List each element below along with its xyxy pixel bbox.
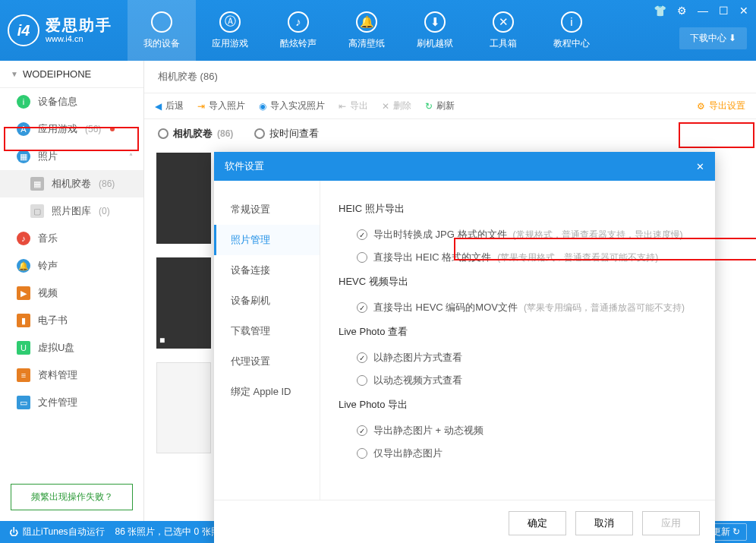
radio-icon <box>158 128 169 139</box>
device-header[interactable]: ▼WODEIPHONE <box>0 61 143 88</box>
note-icon: ♪ <box>288 11 309 33</box>
photo-thumb[interactable] <box>156 362 211 453</box>
apps-icon: Ⓐ <box>219 11 241 33</box>
sidebar-item-files[interactable]: ▭文件管理 <box>0 389 143 416</box>
back-button[interactable]: ◀后退 <box>155 99 184 112</box>
ok-button[interactable]: 确定 <box>509 511 566 535</box>
nav-proxy[interactable]: 代理设置 <box>214 346 320 377</box>
folder-icon: ▢ <box>30 204 44 218</box>
sidebar-item-udisk[interactable]: U虚拟U盘 <box>0 334 143 361</box>
sidebar-item-photolib[interactable]: ▢照片图库(0) <box>0 197 143 225</box>
sidebar-item-cameraroll[interactable]: ▦相机胶卷(86) <box>0 170 143 197</box>
refresh-icon: ↻ <box>732 526 740 537</box>
opt-heic-raw[interactable]: 直接导出 HEIC 格式的文件(苹果专用格式，普通查看器可能不支持) <box>339 246 697 269</box>
download-center-button[interactable]: 下载中心 ⬇ <box>679 27 747 49</box>
main-panel: 相机胶卷 (86) ◀后退 ⇥导入照片 ◉导入实况照片 ⇤导出 ✕删除 ↻刷新 … <box>144 61 756 521</box>
chevron-down-icon: ▼ <box>11 70 18 78</box>
trash-icon: ✕ <box>382 101 389 112</box>
info-icon: i <box>17 95 30 109</box>
toolbar: ◀后退 ⇥导入照片 ◉导入实况照片 ⇤导出 ✕删除 ↻刷新 ⚙导出设置 <box>144 93 756 119</box>
import-photo-button[interactable]: ⇥导入照片 <box>197 99 245 112</box>
help-link[interactable]: 频繁出现操作失败？ <box>11 484 133 510</box>
sidebar: ▼WODEIPHONE i设备信息 A应用游戏(56) ▦照片˄ ▦相机胶卷(8… <box>0 61 144 521</box>
radio-icon <box>357 375 367 386</box>
nav-flash[interactable]: 设备刷机 <box>214 286 320 316</box>
opt-heic-jpg[interactable]: 导出时转换成 JPG 格式的文件(常规格式，普通查看器支持，导出速度慢) <box>339 223 697 246</box>
tab-cameraroll[interactable]: 相机胶卷(86) <box>158 127 233 140</box>
apple-icon <box>151 11 172 33</box>
export-button[interactable]: ⇤导出 <box>339 99 368 112</box>
modal-footer: 确定 取消 应用 <box>214 500 715 543</box>
minimize-icon[interactable]: — <box>698 5 708 17</box>
import-icon: ⇥ <box>197 101 205 112</box>
refresh-icon: ↻ <box>425 101 433 112</box>
modal-title: 软件设置 <box>225 159 264 173</box>
video-icon: ▶ <box>17 286 30 300</box>
nav-appleid[interactable]: 绑定 Apple ID <box>214 377 320 407</box>
tab-bytime[interactable]: 按时间查看 <box>254 127 319 140</box>
opt-export-both[interactable]: 导出静态图片 + 动态视频 <box>339 419 697 442</box>
app-logo: i4 爱思助手 www.i4.cn <box>8 14 112 46</box>
close-icon[interactable]: ✕ <box>696 161 704 172</box>
file-icon: ▭ <box>17 396 30 409</box>
section-hevc: HEVC 视频导出 <box>339 275 697 289</box>
gear-icon: ⚙ <box>697 101 705 112</box>
maximize-icon[interactable]: ☐ <box>719 5 729 17</box>
tab-my-device[interactable]: 我的设备 <box>128 0 196 61</box>
tab-jailbreak[interactable]: ⬇刷机越狱 <box>401 0 469 61</box>
photo-thumb[interactable] <box>156 153 211 244</box>
sidebar-item-data[interactable]: ≡资料管理 <box>0 361 143 389</box>
live-icon: ◉ <box>259 101 266 112</box>
nav-connect[interactable]: 设备连接 <box>214 255 320 286</box>
cancel-button[interactable]: 取消 <box>575 511 633 535</box>
list-icon: ≡ <box>17 368 30 382</box>
tab-toolbox[interactable]: ✕工具箱 <box>469 0 537 61</box>
close-icon[interactable]: ✕ <box>739 5 748 17</box>
bell-icon: 🔔 <box>17 259 30 273</box>
chevron-up-icon: ˄ <box>129 153 133 161</box>
music-icon: ♪ <box>17 232 30 245</box>
download-icon: ⬇ <box>424 11 446 33</box>
tab-apps[interactable]: Ⓐ应用游戏 <box>196 0 264 61</box>
delete-button[interactable]: ✕删除 <box>382 99 411 112</box>
tab-ringtones[interactable]: ♪酷炫铃声 <box>264 0 332 61</box>
sidebar-item-music[interactable]: ♪音乐 <box>0 225 143 252</box>
apps-icon: A <box>17 122 30 136</box>
refresh-button[interactable]: ↻刷新 <box>425 99 455 112</box>
tab-tutorials[interactable]: i教程中心 <box>537 0 606 61</box>
usb-icon: U <box>17 341 30 355</box>
info-icon: i <box>561 11 582 33</box>
tools-icon: ✕ <box>493 11 514 33</box>
export-settings-button[interactable]: ⚙导出设置 <box>697 99 745 112</box>
itunes-block-toggle[interactable]: ⏻阻止iTunes自动运行 <box>9 526 105 538</box>
sidebar-item-photos[interactable]: ▦照片˄ <box>0 143 143 170</box>
apply-button[interactable]: 应用 <box>642 511 700 535</box>
breadcrumb: 相机胶卷 (86) <box>144 61 756 93</box>
opt-live-dynamic[interactable]: 以动态视频方式查看 <box>339 369 697 392</box>
power-icon: ⏻ <box>9 527 18 538</box>
radio-icon <box>357 448 367 459</box>
sidebar-item-deviceinfo[interactable]: i设备信息 <box>0 88 143 115</box>
tshirt-icon[interactable]: 👕 <box>654 5 666 17</box>
logo-icon: i4 <box>8 14 39 46</box>
radio-icon <box>357 425 367 436</box>
book-icon: ▮ <box>17 314 30 327</box>
nav-download[interactable]: 下载管理 <box>214 316 320 346</box>
modal-header: 软件设置 ✕ <box>214 152 715 181</box>
tab-wallpaper[interactable]: 🔔高清壁纸 <box>332 0 401 61</box>
opt-export-static[interactable]: 仅导出静态图片 <box>339 442 697 465</box>
sidebar-item-video[interactable]: ▶视频 <box>0 279 143 307</box>
sidebar-item-apps[interactable]: A应用游戏(56) <box>0 115 143 143</box>
import-live-button[interactable]: ◉导入实况照片 <box>259 99 325 112</box>
opt-hevc-mov[interactable]: 直接导出 HEVC 编码的MOV文件(苹果专用编码，普通播放器可能不支持) <box>339 296 697 319</box>
gear-icon[interactable]: ⚙ <box>677 5 687 17</box>
nav-general[interactable]: 常规设置 <box>214 194 320 225</box>
window-controls: 👕 ⚙ — ☐ ✕ <box>654 5 748 17</box>
sidebar-item-ringtone[interactable]: 🔔铃声 <box>0 252 143 279</box>
sidebar-item-ebook[interactable]: ▮电子书 <box>0 307 143 334</box>
radio-icon <box>357 302 367 313</box>
video-thumb[interactable]: ■ <box>156 257 211 349</box>
radio-icon <box>357 352 367 363</box>
opt-live-static[interactable]: 以静态图片方式查看 <box>339 346 697 369</box>
nav-photo[interactable]: 照片管理 <box>214 225 320 255</box>
